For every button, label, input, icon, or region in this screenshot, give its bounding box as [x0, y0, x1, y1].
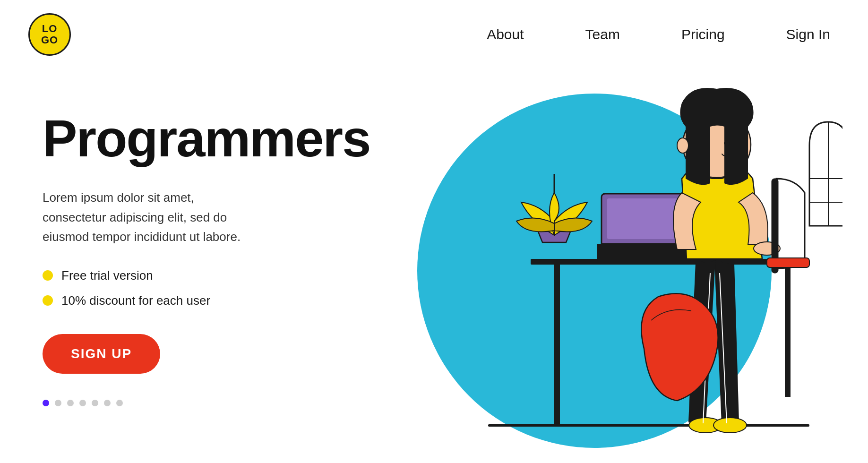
right-panel — [370, 84, 840, 463]
svg-point-7 — [713, 418, 747, 433]
nav-signin[interactable]: Sign In — [786, 26, 830, 43]
pagination-dots — [43, 400, 370, 406]
left-panel: Programmers Lorem ipsum dolor sit amet, … — [43, 84, 370, 406]
feature-item-1: Free trial version — [43, 268, 370, 283]
dot-6[interactable] — [104, 400, 111, 406]
dot-5[interactable] — [92, 400, 98, 406]
dot-3[interactable] — [67, 400, 74, 406]
dot-4[interactable] — [79, 400, 86, 406]
nav-about[interactable]: About — [487, 26, 524, 43]
nav-pricing[interactable]: Pricing — [681, 26, 725, 43]
feature-label-1: Free trial version — [61, 268, 153, 283]
nav-team[interactable]: Team — [585, 26, 620, 43]
dot-1[interactable] — [43, 400, 49, 406]
feature-label-2: 10% discount for each user — [61, 293, 210, 308]
logo: LO GO — [28, 13, 71, 56]
hero-description: Lorem ipsum dolor sit amet, consectetur … — [43, 188, 241, 247]
bullet-dot-1 — [43, 270, 53, 281]
dot-7[interactable] — [116, 400, 123, 406]
svg-rect-1 — [554, 265, 560, 425]
signup-button[interactable]: SIGN UP — [43, 334, 160, 374]
svg-rect-16 — [767, 258, 809, 267]
feature-item-2: 10% discount for each user — [43, 293, 370, 308]
svg-rect-3 — [488, 424, 809, 427]
hero-title: Programmers — [43, 112, 370, 164]
main-nav: About Team Pricing Sign In — [487, 26, 830, 43]
svg-point-14 — [677, 138, 688, 153]
dot-2[interactable] — [55, 400, 61, 406]
hero-illustration — [394, 84, 842, 463]
main-content: Programmers Lorem ipsum dolor sit amet, … — [0, 56, 868, 462]
features-list: Free trial version 10% discount for each… — [43, 268, 370, 308]
svg-point-13 — [724, 140, 730, 146]
bullet-dot-2 — [43, 295, 53, 306]
svg-rect-2 — [785, 265, 791, 397]
